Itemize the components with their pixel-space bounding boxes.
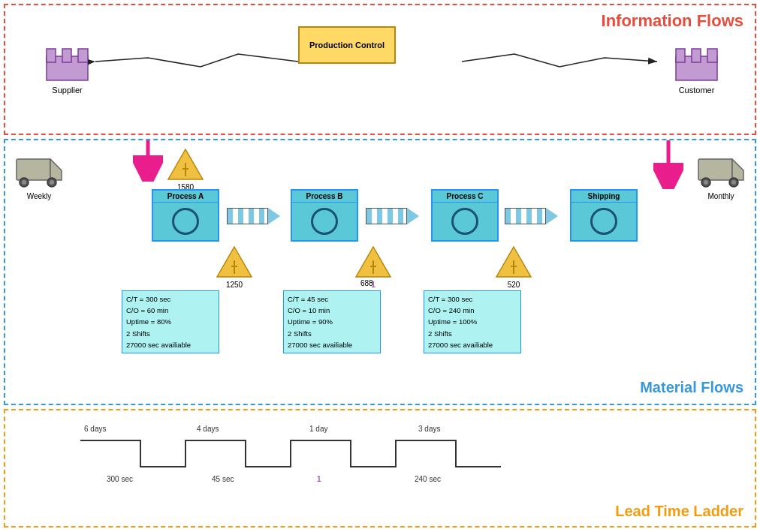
svg-marker-9 [50,159,62,180]
info-c-co: C/O = 240 min [428,305,517,316]
svg-text:3 days: 3 days [418,425,440,433]
push-arrow-bc [366,208,419,224]
customer-icon [672,41,721,83]
svg-text:4 days: 4 days [197,425,219,433]
lead-time-ladder-svg: 6 days 4 days 1 day 3 days 300 sec 45 se… [65,418,553,508]
process-a-title: Process A [153,191,218,203]
info-b-avail: 27000 sec availiable [288,339,376,350]
shipping-title: Shipping [572,191,636,203]
info-flows-section: Information Flows Production Control Sup… [4,4,756,135]
info-arrow-from-customer [454,50,672,73]
inventory-label-below-c: 520 [495,281,532,289]
process-b-box: Process B [291,189,358,242]
process-c-box: Process C [431,189,499,242]
svg-text:300 sec: 300 sec [107,475,133,483]
weekly-label: Weekly [13,192,65,200]
info-b-co: C/O = 10 min [288,305,376,316]
info-b-uptime: Uptime = 90% [288,316,376,327]
customer-container: Customer [672,41,721,95]
process-a-box: Process A [152,189,219,242]
svg-rect-14 [698,159,732,180]
info-a-avail: 27000 sec availiable [126,339,215,350]
svg-point-11 [22,180,26,185]
info-b-ct: C/T = 45 sec [288,293,376,305]
inventory-triangle-below-a: 1250 [216,245,253,289]
svg-text:6 days: 6 days [84,425,106,433]
info-a-uptime: Uptime = 80% [126,316,215,327]
inventory-label-below-b: 688 [360,279,373,287]
process-c-title: Process C [433,191,497,203]
svg-point-13 [50,180,54,185]
inventory-triangle-below-c: 520 [495,245,532,289]
weekly-truck-icon [13,155,65,189]
process-c-operator [451,208,478,235]
info-c-avail: 27000 sec availiable [428,339,517,350]
info-a-co: C/O = 60 min [126,305,215,316]
monthly-truck-container: Monthly [695,155,747,200]
shipping-operator [590,208,617,235]
material-flows-section: Material Flows Weekly Monthly [4,139,756,405]
svg-marker-15 [732,159,743,180]
info-b-shifts: 2 Shifts [288,328,376,339]
supplier-icon [43,41,92,83]
svg-text:1 day: 1 day [309,425,327,433]
process-b-title: Process B [292,191,357,203]
info-box-b: C/T = 45 sec C/O = 10 min Uptime = 90% 2… [283,290,381,353]
info-c-shifts: 2 Shifts [428,328,517,339]
pink-arrow-right [653,140,683,191]
monthly-label: Monthly [695,192,747,200]
supplier-container: Supplier [43,41,92,95]
info-c-uptime: Uptime = 100% [428,316,517,327]
lead-time-section: Lead Time Ladder 6 days 4 days 1 day 3 d… [4,409,756,527]
info-box-c: C/T = 300 sec C/O = 240 min Uptime = 100… [424,290,521,353]
pink-arrow-left [133,140,163,183]
shipping-box: Shipping [570,189,638,242]
process-a-operator [172,208,199,235]
svg-rect-5 [676,49,685,62]
supplier-label: Supplier [43,86,92,95]
info-a-shifts: 2 Shifts [126,328,215,339]
inventory-label-below-a: 1250 [216,281,253,289]
svg-rect-6 [692,49,701,62]
info-a-ct: C/T = 300 sec [126,293,215,305]
svg-rect-8 [17,159,50,180]
customer-label: Customer [672,86,721,95]
svg-text:45 sec: 45 sec [212,475,234,483]
weekly-truck-container: Weekly [13,155,65,200]
svg-text:1: 1 [317,475,321,483]
push-arrow-cs [505,208,558,224]
lead-time-label: Lead Time Ladder [615,503,743,520]
svg-rect-1 [47,49,56,62]
push-arrow-ab [227,208,280,224]
svg-point-19 [731,180,736,185]
svg-text:240 sec: 240 sec [415,475,441,483]
monthly-truck-icon [695,155,747,189]
svg-point-17 [704,180,708,185]
svg-rect-2 [62,49,71,62]
material-flows-label: Material Flows [640,379,743,396]
info-arrow-to-supplier [88,50,306,73]
info-c-ct: C/T = 300 sec [428,293,517,305]
production-control-label: Production Control [309,41,385,50]
inventory-triangle-above-a: 1580 [167,148,204,191]
production-control-box: Production Control [298,26,396,64]
info-flows-label: Information Flows [602,11,743,31]
svg-rect-7 [707,49,717,62]
svg-rect-3 [78,49,88,62]
process-b-operator [311,208,338,235]
info-box-a: C/T = 300 sec C/O = 60 min Uptime = 80% … [122,290,219,353]
